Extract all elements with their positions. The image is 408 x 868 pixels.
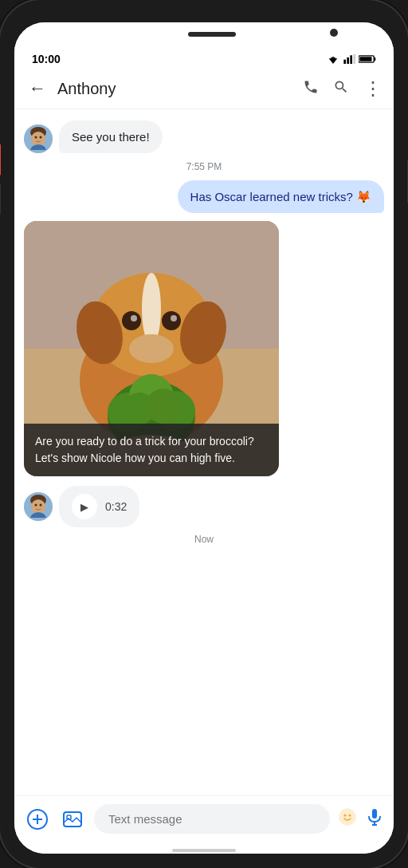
svg-point-29 [129,334,174,363]
svg-rect-55 [372,809,377,819]
svg-rect-8 [374,57,375,61]
volume-up-button[interactable] [0,144,1,176]
svg-point-44 [31,499,45,514]
timestamp: 7:55 PM [14,161,394,172]
play-button[interactable]: ▶ [72,494,97,519]
svg-rect-5 [350,55,352,64]
phone-frame: 10:00 [0,0,408,868]
sent-bubble: Has Oscar learned new tricks? 🦊 [178,180,384,213]
contact-name: Anthony [57,80,295,98]
svg-point-21 [142,273,161,345]
svg-point-22 [122,311,141,330]
svg-point-52 [339,809,355,825]
wifi-icon [327,54,339,64]
signal-icon [343,54,355,64]
header: ← Anthony ⋮ [14,69,394,109]
input-area [14,795,394,850]
svg-rect-4 [347,57,349,64]
add-button[interactable] [24,806,51,833]
time-display: 10:00 [32,53,61,65]
svg-point-36 [146,389,181,424]
svg-point-46 [40,504,42,507]
sent-message-text: Has Oscar learned new tricks? 🦊 [190,190,371,203]
emoji-button[interactable] [338,807,357,831]
svg-rect-3 [343,60,346,64]
status-icons [327,54,376,64]
voice-avatar [24,492,53,521]
home-indicator [172,849,236,852]
image-caption: Are you ready to do a trick for your bro… [24,424,279,476]
text-message-input[interactable] [94,804,330,834]
voice-avatar-image [24,492,53,521]
received-bubble: See you there! [59,120,163,153]
svg-marker-2 [332,57,335,57]
svg-point-45 [35,504,37,507]
svg-point-12 [31,132,45,146]
phone-icon[interactable] [303,79,319,99]
svg-point-54 [349,814,351,816]
svg-point-13 [35,136,37,139]
svg-rect-6 [353,54,355,64]
received-message-text: See you there! [72,130,150,144]
received-message-row: See you there! [14,117,394,156]
dog-photo: Are you ready to do a trick for your bro… [24,221,279,476]
sent-message-row: Has Oscar learned new tricks? 🦊 [14,177,394,216]
status-bar: 10:00 [14,45,394,69]
voice-message-row: ▶ 0:32 [14,481,394,532]
image-message[interactable]: Are you ready to do a trick for your bro… [24,221,279,476]
now-label: Now [14,532,394,550]
gallery-button[interactable] [59,806,86,833]
more-options-icon[interactable]: ⋮ [363,77,382,100]
svg-point-23 [162,311,181,330]
back-button[interactable]: ← [26,75,49,102]
avatar-image [24,124,53,153]
header-icons: ⋮ [303,77,382,100]
battery-icon [359,54,376,64]
svg-point-14 [40,136,42,139]
chat-area: See you there! 7:55 PM Has Oscar learned… [14,109,394,795]
svg-rect-9 [359,57,371,61]
microphone-button[interactable] [365,807,384,831]
camera-dot [330,29,338,37]
avatar [24,124,53,153]
svg-point-24 [131,315,137,322]
voice-duration: 0:32 [105,500,127,513]
voice-bubble[interactable]: ▶ 0:32 [59,486,139,527]
svg-point-25 [171,315,177,322]
search-icon[interactable] [333,79,349,99]
svg-point-53 [344,814,347,816]
volume-down-button[interactable] [0,183,1,215]
phone-screen: 10:00 [14,22,394,854]
caption-text: Are you ready to do a trick for your bro… [35,435,254,464]
speaker-grille [188,32,236,37]
